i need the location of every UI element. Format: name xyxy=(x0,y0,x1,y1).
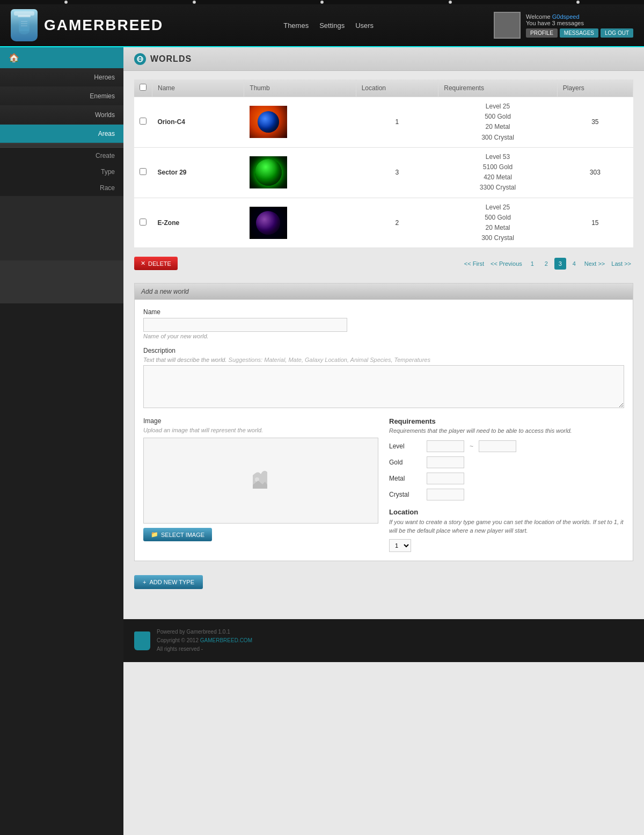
add-type-container: + ADD NEW TYPE xyxy=(134,570,633,600)
worlds-table: Name Thumb Location Requirements Players xyxy=(134,79,633,248)
row-checkbox-2 xyxy=(134,147,152,198)
req-title: Requirements xyxy=(389,417,624,425)
sidebar-item-areas[interactable]: Areas xyxy=(0,125,123,143)
select-image-button[interactable]: 📁 SELECT IMAGE xyxy=(143,528,212,541)
select-all-checkbox[interactable] xyxy=(140,84,147,91)
svg-point-2 xyxy=(19,28,30,34)
desc-textarea[interactable] xyxy=(143,365,624,408)
page-4-link[interactable]: 4 xyxy=(568,258,580,270)
row-2-players: 303 xyxy=(557,147,633,198)
row-1-thumb xyxy=(244,97,356,148)
level-input-2[interactable] xyxy=(479,440,516,452)
logo-area: GAMERBREED xyxy=(11,9,163,41)
select-image-icon: 📁 xyxy=(151,531,158,538)
sector-thumbnail xyxy=(250,156,287,188)
first-page-link[interactable]: << First xyxy=(462,259,486,268)
add-type-button[interactable]: + ADD NEW TYPE xyxy=(134,575,203,589)
sidebar-sub-race[interactable]: Race xyxy=(0,180,123,196)
delete-button[interactable]: ✕ DELETE xyxy=(134,257,178,270)
next-page-link[interactable]: Next >> xyxy=(582,259,608,268)
location-select[interactable]: 1 2 3 xyxy=(389,539,411,552)
add-icon: + xyxy=(143,579,146,585)
content-area: WORLDS Name Thumb Location Requirements … xyxy=(123,47,644,835)
inner-content: Name Thumb Location Requirements Players xyxy=(123,71,644,608)
form-body: Name Name of your new world. Description… xyxy=(135,300,633,561)
row-3-name: E-Zone xyxy=(152,198,244,248)
table-row: Sector 29 3 Level 53 5100 Gold 420 Metal… xyxy=(134,147,633,198)
logout-button[interactable]: LOG OUT xyxy=(601,28,633,38)
last-page-link[interactable]: Last >> xyxy=(609,259,633,268)
req-help: Requirements that the player will need t… xyxy=(389,427,624,434)
desc-row: Description Text that will describe the … xyxy=(143,347,624,410)
requirements-col: Requirements Requirements that the playe… xyxy=(389,417,624,552)
header: GAMERBREED Themes Settings Users Welcome… xyxy=(0,4,644,47)
footer: Powered by Gamerbreed 1.0.1 Copyright © … xyxy=(123,619,644,662)
footer-text: Powered by Gamerbreed 1.0.1 Copyright © … xyxy=(157,628,252,654)
col-name: Name xyxy=(152,79,244,97)
svg-rect-0 xyxy=(18,15,31,17)
nav-settings[interactable]: Settings xyxy=(319,21,345,30)
level-label: Level xyxy=(389,442,421,450)
row-3-requirements: Level 25 500 Gold 20 Metal 300 Crystal xyxy=(438,198,558,248)
row-1-players: 35 xyxy=(557,97,633,148)
pagination-bar: ✕ DELETE << First << Previous 1 2 3 4 Ne… xyxy=(134,257,633,270)
row-2-checkbox[interactable] xyxy=(140,168,147,175)
user-info: Welcome G0dspeed You have 3 messages PRO… xyxy=(526,13,633,38)
footer-logo xyxy=(134,631,150,650)
sidebar-sub-type[interactable]: Type xyxy=(0,164,123,180)
row-checkbox-1 xyxy=(134,97,152,148)
row-1-checkbox[interactable] xyxy=(140,118,147,125)
prev-page-link[interactable]: << Previous xyxy=(488,259,524,268)
pagination: << First << Previous 1 2 3 4 Next >> Las… xyxy=(462,258,633,270)
desc-label: Description xyxy=(143,347,624,354)
footer-link[interactable]: GAMERBREED.COM xyxy=(200,637,252,643)
row-3-location: 2 xyxy=(356,198,438,248)
sidebar-sub-create[interactable]: Create xyxy=(0,148,123,164)
nav-themes[interactable]: Themes xyxy=(283,21,309,30)
form-two-col: Image Upload an image that will represen… xyxy=(143,417,624,552)
rights: All rights reserved - xyxy=(157,645,252,654)
image-help: Upload an image that will represent the … xyxy=(143,427,378,433)
row-1-name: Orion-C4 xyxy=(152,97,244,148)
sidebar-item-heroes[interactable]: Heroes xyxy=(0,68,123,87)
name-help: Name of your new world. xyxy=(143,333,624,339)
crystal-label: Crystal xyxy=(389,491,421,498)
sidebar-spacer-2 xyxy=(0,217,123,260)
metal-input[interactable] xyxy=(427,473,464,484)
sidebar-item-enemies[interactable]: Enemies xyxy=(0,87,123,106)
crystal-row: Crystal xyxy=(389,489,624,500)
row-2-thumb xyxy=(244,147,356,198)
level-input[interactable] xyxy=(427,440,464,452)
location-help: If you want to create a story type game … xyxy=(389,518,624,535)
crystal-input[interactable] xyxy=(427,489,464,500)
row-3-players: 15 xyxy=(557,198,633,248)
avatar xyxy=(494,12,521,39)
desc-placeholder-hint: Suggestions: Material, Mate, Galaxy Loca… xyxy=(229,357,430,363)
message-count: You have 3 messages xyxy=(526,20,633,26)
page-header: WORLDS xyxy=(123,47,644,71)
page-2-link[interactable]: 2 xyxy=(540,258,552,270)
row-2-requirements: Level 53 5100 Gold 420 Metal 3300 Crysta… xyxy=(438,147,558,198)
gold-input[interactable] xyxy=(427,456,464,468)
logo-text: GAMERBREED xyxy=(44,17,163,34)
messages-button[interactable]: MESSAGES xyxy=(560,28,598,38)
col-thumb: Thumb xyxy=(244,79,356,97)
user-buttons: PROFILE MESSAGES LOG OUT xyxy=(526,28,633,38)
name-label: Name xyxy=(143,308,624,316)
profile-button[interactable]: PROFILE xyxy=(526,28,558,38)
gold-label: Gold xyxy=(389,459,421,466)
page-3-link[interactable]: 3 xyxy=(554,258,566,270)
sidebar-item-worlds[interactable]: Worlds xyxy=(0,106,123,125)
page-1-link[interactable]: 1 xyxy=(526,258,538,270)
image-placeholder xyxy=(245,464,277,497)
table-row: E-Zone 2 Level 25 500 Gold 20 Metal 300 … xyxy=(134,198,633,248)
row-3-checkbox[interactable] xyxy=(140,219,147,226)
row-2-name: Sector 29 xyxy=(152,147,244,198)
ezone-thumbnail xyxy=(250,207,287,239)
main-layout: 🏠 Heroes Enemies Worlds Areas Create Typ… xyxy=(0,47,644,835)
image-label: Image xyxy=(143,417,378,425)
location-title: Location xyxy=(389,508,624,516)
sidebar-home[interactable]: 🏠 xyxy=(0,47,123,68)
nav-users[interactable]: Users xyxy=(355,21,374,30)
name-input[interactable] xyxy=(143,318,347,332)
